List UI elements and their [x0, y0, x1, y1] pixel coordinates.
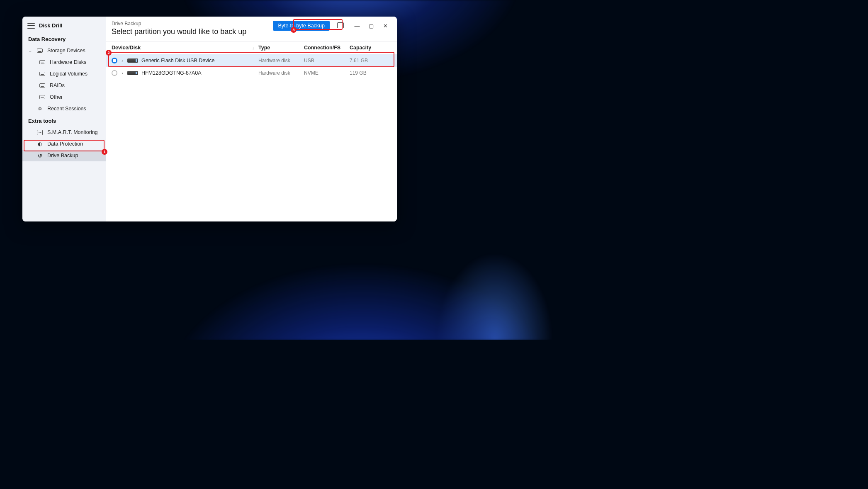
- sidebar-item-label: Drive Backup: [47, 153, 78, 158]
- device-name: Generic Flash Disk USB Device: [141, 58, 214, 63]
- sidebar-item-logical-volumes[interactable]: Logical Volumes: [22, 68, 106, 80]
- chevron-right-icon[interactable]: ›: [121, 58, 124, 63]
- table-header: Device/Disk ↓ Type Connection/FS Capacit…: [106, 41, 397, 54]
- annotation-badge-3: 3: [291, 27, 297, 33]
- app-title: Disk Drill: [39, 22, 62, 29]
- drive-icon: [127, 58, 138, 63]
- minimize-button[interactable]: —: [351, 21, 363, 31]
- shield-icon: [36, 141, 43, 147]
- sidebar-item-data-protection[interactable]: Data Protection: [22, 138, 106, 150]
- sidebar-item-recent-sessions[interactable]: Recent Sessions: [22, 103, 106, 114]
- sidebar-item-label: Data Protection: [47, 141, 83, 147]
- breadcrumb: Drive Backup: [112, 21, 246, 27]
- byte-to-byte-backup-button[interactable]: Byte-to-byte Backup: [273, 21, 330, 31]
- chevron-down-icon: ⌄: [28, 49, 32, 53]
- disk-icon: [39, 82, 46, 89]
- sidebar-item-label: Storage Devices: [47, 48, 85, 54]
- disk-icon: [36, 47, 43, 54]
- column-capacity[interactable]: Capacity: [350, 45, 391, 51]
- sidebar-item-other[interactable]: Other: [22, 91, 106, 103]
- device-type: Hardware disk: [258, 70, 304, 76]
- sidebar-item-hardware-disks[interactable]: Hardware Disks: [22, 56, 106, 68]
- sidebar-header: Disk Drill: [22, 21, 106, 33]
- disk-icon: [39, 94, 46, 100]
- sidebar-item-label: Recent Sessions: [47, 106, 86, 112]
- sidebar-item-label: Hardware Disks: [50, 59, 86, 65]
- device-name: HFM128GDGTNG-87A0A: [141, 70, 201, 76]
- device-capacity: 7.61 GB: [350, 58, 391, 63]
- sidebar-item-label: Other: [50, 94, 63, 100]
- disk-icon: [39, 59, 46, 66]
- device-connection: NVME: [304, 70, 350, 76]
- book-icon: [337, 22, 344, 29]
- table-row[interactable]: › Generic Flash Disk USB Device Hardware…: [106, 54, 397, 67]
- titlebar: Drive Backup Select partition you would …: [106, 17, 397, 41]
- sidebar-item-storage-devices[interactable]: ⌄ Storage Devices: [22, 45, 106, 56]
- column-device[interactable]: Device/Disk ↓: [112, 45, 258, 51]
- hamburger-icon[interactable]: [27, 23, 35, 29]
- device-capacity: 119 GB: [350, 70, 391, 76]
- close-button[interactable]: ✕: [379, 21, 391, 31]
- window-controls: — ▢ ✕: [351, 21, 391, 31]
- sidebar-item-smart-monitoring[interactable]: S.M.A.R.T. Monitoring: [22, 127, 106, 138]
- column-type[interactable]: Type: [258, 45, 304, 51]
- main-content: Drive Backup Select partition you would …: [106, 17, 397, 221]
- annotation-badge-1: 1: [102, 149, 107, 155]
- device-type: Hardware disk: [258, 58, 304, 63]
- column-connection[interactable]: Connection/FS: [304, 45, 350, 51]
- chevron-right-icon[interactable]: ›: [121, 71, 124, 75]
- sidebar-item-drive-backup[interactable]: Drive Backup: [22, 150, 106, 161]
- section-extra-tools: Extra tools: [22, 114, 106, 127]
- maximize-button[interactable]: ▢: [365, 21, 377, 31]
- history-icon: [36, 152, 43, 159]
- page-title: Select partition you would like to back …: [112, 27, 246, 36]
- sidebar-item-label: Logical Volumes: [50, 71, 88, 77]
- disk-icon: [39, 71, 46, 77]
- radio-selected[interactable]: [112, 58, 117, 63]
- sidebar-item-label: RAIDs: [50, 83, 65, 88]
- section-data-recovery: Data Recovery: [22, 33, 106, 45]
- sort-arrow-icon: ↓: [252, 45, 259, 50]
- radio-unselected[interactable]: [112, 70, 117, 76]
- gear-icon: [36, 105, 43, 112]
- annotation-badge-2: 2: [106, 50, 112, 56]
- help-button[interactable]: [335, 21, 346, 31]
- sidebar-item-label: S.M.A.R.T. Monitoring: [47, 129, 98, 135]
- table-row[interactable]: › HFM128GDGTNG-87A0A Hardware disk NVME …: [106, 67, 397, 79]
- sidebar: Disk Drill Data Recovery ⌄ Storage Devic…: [22, 17, 106, 221]
- app-window: Disk Drill Data Recovery ⌄ Storage Devic…: [22, 17, 397, 221]
- drive-icon: [127, 71, 138, 75]
- chart-icon: [36, 129, 43, 136]
- device-connection: USB: [304, 58, 350, 63]
- sidebar-item-raids[interactable]: RAIDs: [22, 80, 106, 91]
